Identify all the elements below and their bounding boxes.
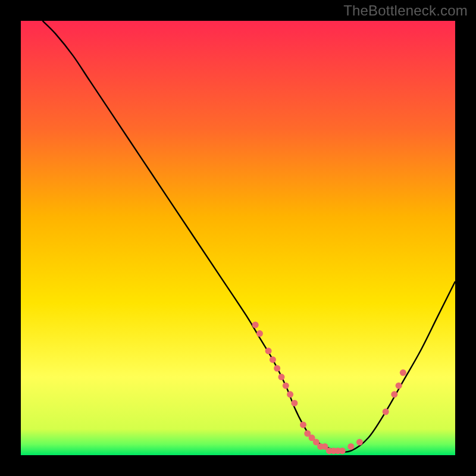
marker-dot xyxy=(283,383,289,389)
marker-dot xyxy=(391,391,397,397)
curve-markers xyxy=(252,322,406,455)
plot-area xyxy=(21,21,455,455)
marker-dot xyxy=(252,322,259,328)
marker-dot xyxy=(383,409,389,415)
marker-dot xyxy=(356,439,363,446)
curve-layer xyxy=(21,21,455,455)
marker-dot xyxy=(265,347,272,354)
marker-dot xyxy=(300,421,306,428)
bottleneck-curve xyxy=(43,21,456,452)
marker-dot xyxy=(339,447,346,454)
marker-dot xyxy=(274,365,280,372)
chart-frame: TheBottleneck.com xyxy=(0,0,476,476)
marker-dot xyxy=(400,369,406,376)
marker-dot xyxy=(278,374,285,380)
marker-dot xyxy=(291,400,298,406)
marker-dot xyxy=(256,330,263,337)
marker-dot xyxy=(396,383,402,389)
watermark-text: TheBottleneck.com xyxy=(343,2,468,19)
marker-dot xyxy=(270,356,276,363)
marker-dot xyxy=(347,443,354,450)
marker-dot xyxy=(287,391,293,397)
